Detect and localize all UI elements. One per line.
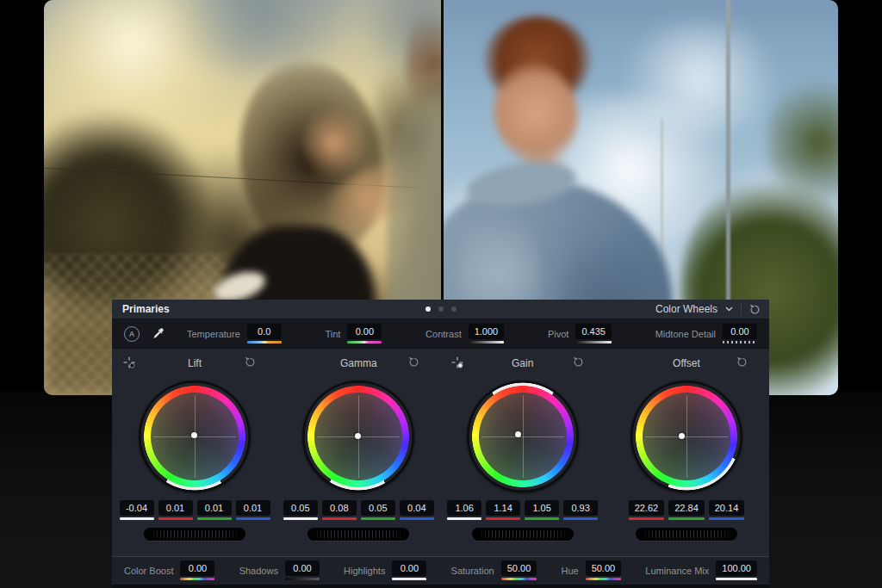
gamma-red-value[interactable]: 0.08 (322, 500, 357, 516)
color-wheels-row: Lift -0.04 0.01 0.01 0. (112, 349, 769, 541)
contrast-field: Contrast 1.000 (425, 324, 504, 344)
tint-underline (347, 341, 382, 344)
offset-green-value[interactable]: 22.84 (668, 500, 705, 516)
pivot-field: Pivot 0.435 (548, 324, 612, 344)
black-point-picker-icon[interactable] (123, 356, 135, 368)
luminance-mix-label: Luminance Mix (645, 566, 709, 576)
highlights-field: Highlights 0.00 (344, 560, 426, 580)
header-divider (741, 303, 742, 315)
temperature-label: Temperature (187, 329, 240, 339)
color-boost-value[interactable]: 0.00 (180, 560, 214, 576)
offset-red-value[interactable]: 22.62 (629, 500, 665, 516)
page-dots[interactable] (425, 306, 457, 312)
midtone-detail-field: Midtone Detail 0.00 (655, 324, 757, 344)
gamma-master-value[interactable]: 0.05 (283, 500, 318, 516)
white-point-picker-icon[interactable] (451, 356, 463, 368)
temperature-field: Temperature 0.0 (187, 324, 282, 344)
luminance-mix-field: Luminance Mix 100.00 (645, 560, 757, 580)
saturation-field: Saturation 50.00 (451, 560, 537, 580)
gain-title: Gain (512, 357, 533, 369)
lift-green-value[interactable]: 0.01 (197, 500, 232, 516)
saturation-value[interactable]: 50.00 (501, 560, 537, 576)
gamma-color-wheel[interactable] (302, 381, 414, 492)
gain-master-wheel[interactable] (472, 528, 574, 541)
gain-color-wheel[interactable] (467, 381, 579, 492)
gain-green-value[interactable]: 1.05 (525, 500, 559, 516)
saturation-label: Saturation (451, 566, 494, 576)
tint-value[interactable]: 0.00 (347, 324, 382, 339)
shadows-field: Shadows 0.00 (239, 560, 320, 580)
gain-wheel-section: Gain 1.06 1.14 1.05 0.9 (441, 354, 605, 541)
highlights-value[interactable]: 0.00 (392, 560, 426, 576)
adjustments-toolbar: A Temperature 0.0 Tint 0.00 Contrast 1.0… (112, 319, 769, 349)
midtone-detail-underline (723, 341, 757, 344)
pivot-value[interactable]: 0.435 (575, 324, 612, 339)
chevron-down-icon[interactable] (725, 306, 733, 312)
lift-master-wheel[interactable] (144, 528, 245, 541)
lift-wheel-section: Lift -0.04 0.01 0.01 0. (113, 354, 276, 541)
shadows-value[interactable]: 0.00 (285, 560, 320, 576)
panel-header: Primaries Color Wheels (112, 300, 769, 319)
gamma-title: Gamma (340, 357, 377, 369)
offset-blue-value[interactable]: 20.14 (709, 500, 745, 516)
secondary-adjustments-bar: Color Boost 0.00 Shadows 0.00 Highlights… (112, 556, 769, 588)
lift-master-value[interactable]: -0.04 (120, 500, 154, 516)
reset-all-icon[interactable] (749, 304, 761, 315)
page-dot-3[interactable] (451, 306, 457, 312)
hue-label: Hue (561, 566, 578, 576)
tint-field: Tint 0.00 (325, 324, 382, 344)
gain-reset-icon[interactable] (573, 356, 584, 368)
midtone-detail-label: Midtone Detail (655, 329, 716, 339)
gamma-wheel-section: Gamma 0.05 0.08 0.05 0. (276, 354, 440, 541)
tint-label: Tint (325, 329, 340, 339)
gamma-master-wheel[interactable] (307, 528, 409, 541)
lift-color-wheel[interactable] (139, 381, 251, 492)
temperature-value[interactable]: 0.0 (247, 324, 282, 339)
color-wheels-panel: Primaries Color Wheels A (112, 300, 769, 588)
offset-master-wheel[interactable] (636, 528, 737, 541)
lift-title: Lift (188, 357, 202, 369)
lift-reset-icon[interactable] (245, 356, 256, 368)
application-window: Primaries Color Wheels A (0, 0, 882, 588)
contrast-label: Contrast (425, 329, 462, 339)
luminance-mix-value[interactable]: 100.00 (716, 560, 757, 576)
color-boost-label: Color Boost (124, 566, 173, 576)
color-boost-field: Color Boost 0.00 (124, 560, 214, 580)
contrast-underline (469, 341, 505, 344)
page-dot-1[interactable] (425, 306, 431, 312)
offset-wheel-section: Offset 22.62 22.84 20.14 (605, 354, 768, 541)
midtone-detail-value[interactable]: 0.00 (723, 324, 757, 339)
pivot-label: Pivot (548, 329, 568, 339)
offset-color-wheel[interactable] (630, 381, 742, 492)
panel-title: Primaries (112, 303, 170, 315)
gamma-blue-value[interactable]: 0.04 (400, 500, 434, 516)
contrast-value[interactable]: 1.000 (469, 324, 505, 339)
lift-blue-value[interactable]: 0.01 (236, 500, 270, 516)
offset-reset-icon[interactable] (736, 356, 748, 368)
page-dot-2[interactable] (438, 306, 444, 312)
temperature-underline (247, 341, 282, 344)
lift-red-value[interactable]: 0.01 (158, 500, 193, 516)
pivot-underline (575, 341, 612, 344)
gain-balance-dot[interactable] (515, 431, 521, 437)
offset-title: Offset (673, 357, 700, 369)
shadows-label: Shadows (239, 566, 278, 576)
gain-blue-value[interactable]: 0.93 (563, 500, 598, 516)
gamma-reset-icon[interactable] (408, 356, 419, 368)
woman-face (302, 105, 364, 181)
mode-dropdown-label[interactable]: Color Wheels (655, 303, 717, 315)
auto-balance-icon[interactable]: A (124, 326, 140, 342)
hue-field: Hue 50.00 (561, 560, 621, 580)
gain-master-value[interactable]: 1.06 (447, 500, 481, 516)
offset-balance-dot[interactable] (679, 433, 685, 439)
eyedropper-icon[interactable] (152, 327, 165, 340)
gain-red-value[interactable]: 1.14 (486, 500, 520, 516)
highlights-label: Highlights (344, 566, 385, 576)
gamma-green-value[interactable]: 0.05 (361, 500, 395, 516)
hue-value[interactable]: 50.00 (586, 560, 622, 576)
lift-balance-dot[interactable] (191, 432, 197, 438)
